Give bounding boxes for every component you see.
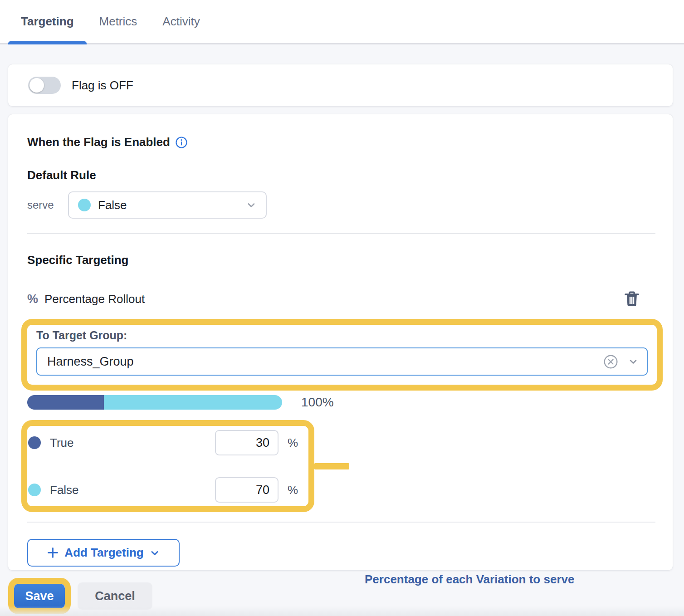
true-variation-dot bbox=[28, 436, 41, 449]
targeting-rules-card: When the Flag is Enabled Default Rule se… bbox=[8, 114, 673, 570]
flag-toggle-knob bbox=[29, 78, 44, 93]
add-targeting-button[interactable]: Add Targeting bbox=[27, 539, 180, 567]
footer-actions: Save Cancel bbox=[8, 578, 684, 614]
tab-metrics[interactable]: Metrics bbox=[87, 0, 150, 43]
progress-total-label: 100% bbox=[301, 395, 334, 410]
progress-segment-true bbox=[27, 395, 104, 410]
chevron-down-icon[interactable] bbox=[628, 356, 639, 367]
percentage-rollout-row: % Percentage Rollout bbox=[27, 291, 655, 307]
tab-targeting-label: Targeting bbox=[21, 15, 74, 29]
flag-status-card: Flag is OFF bbox=[8, 64, 673, 106]
tab-bar: Targeting Metrics Activity bbox=[0, 0, 684, 44]
false-percent-input[interactable] bbox=[215, 477, 278, 503]
variations-highlight-box: True % False % bbox=[21, 420, 314, 512]
save-button[interactable]: Save bbox=[14, 584, 65, 608]
target-group-input[interactable] bbox=[37, 355, 604, 369]
rollout-progress-row: 100% bbox=[27, 395, 655, 410]
variation-row-false: False % bbox=[28, 477, 301, 503]
save-highlight-ring: Save bbox=[8, 578, 71, 614]
when-flag-enabled-title: When the Flag is Enabled bbox=[27, 135, 170, 149]
section-divider bbox=[27, 233, 655, 234]
section-heading-row: When the Flag is Enabled bbox=[27, 135, 655, 149]
page-content: Flag is OFF When the Flag is Enabled Def… bbox=[0, 44, 684, 614]
variation-color-dot bbox=[78, 199, 91, 211]
tab-activity[interactable]: Activity bbox=[150, 0, 212, 43]
default-rule-heading: Default Rule bbox=[27, 168, 655, 182]
percent-suffix: % bbox=[288, 436, 301, 450]
selected-variation-label: False bbox=[98, 198, 246, 212]
variation-row-true: True % bbox=[28, 430, 301, 455]
percent-suffix: % bbox=[288, 483, 301, 497]
false-variation-label: False bbox=[50, 483, 215, 497]
clear-selection-icon[interactable] bbox=[604, 355, 618, 369]
active-tab-underline bbox=[8, 41, 87, 44]
variation-annotation-text: Percentage of each Variation to serve bbox=[365, 572, 574, 587]
rollout-rule-title: Percentage Rollout bbox=[44, 292, 624, 306]
chevron-down-icon bbox=[246, 200, 257, 210]
serve-label: serve bbox=[27, 199, 68, 211]
progress-segment-false bbox=[104, 395, 282, 410]
target-group-highlight-box: To Target Group: bbox=[21, 319, 663, 391]
specific-targeting-heading: Specific Targeting bbox=[27, 253, 655, 267]
default-rule-serve-row: serve False bbox=[27, 191, 655, 219]
flag-toggle[interactable] bbox=[28, 77, 61, 94]
rollout-progress-bar bbox=[27, 395, 282, 410]
target-group-select[interactable] bbox=[36, 347, 648, 376]
true-percent-input[interactable] bbox=[215, 430, 278, 455]
add-targeting-label: Add Targeting bbox=[64, 546, 143, 560]
tab-targeting[interactable]: Targeting bbox=[8, 0, 87, 43]
percent-icon: % bbox=[27, 292, 38, 306]
flag-status-label: Flag is OFF bbox=[72, 78, 133, 93]
info-icon[interactable] bbox=[176, 137, 187, 148]
cancel-button[interactable]: Cancel bbox=[78, 582, 152, 610]
plus-icon bbox=[47, 547, 59, 559]
trash-icon[interactable] bbox=[624, 291, 640, 307]
tab-activity-label: Activity bbox=[162, 15, 200, 29]
tab-metrics-label: Metrics bbox=[99, 15, 137, 29]
bottom-divider bbox=[27, 522, 655, 523]
false-variation-dot bbox=[28, 484, 41, 496]
default-variation-select[interactable]: False bbox=[68, 191, 267, 219]
true-variation-label: True bbox=[50, 436, 215, 450]
to-target-group-label: To Target Group: bbox=[36, 329, 648, 342]
annotation-connector-line bbox=[314, 463, 349, 469]
chevron-down-icon bbox=[149, 548, 160, 558]
